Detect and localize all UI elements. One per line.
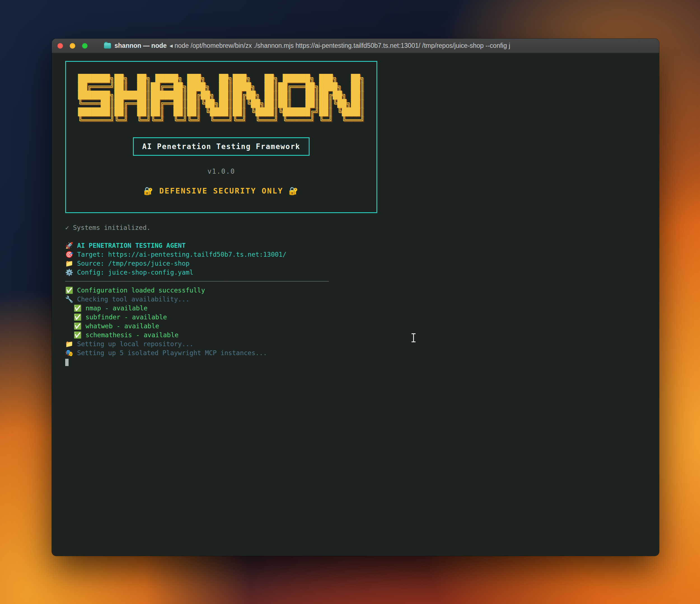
checking-tools-line: 🔧 Checking tool availability...: [65, 295, 659, 304]
tool-status-subfinder: ✅ subfinder - available: [74, 313, 659, 321]
close-button[interactable]: [57, 43, 63, 49]
tool-status-whatweb: ✅ whatweb - available: [74, 321, 659, 331]
minimize-button[interactable]: [70, 43, 75, 49]
config-line: ⚙️ Config: juice-shop-config.yaml: [65, 268, 659, 277]
terminal-titlebar[interactable]: shannon — node ◂ node /opt/homebrew/bin/…: [52, 38, 659, 53]
desktop-wallpaper: shannon — node ◂ node /opt/homebrew/bin/…: [0, 0, 700, 604]
version-label: v1.0.0: [66, 167, 376, 175]
systems-initialized-line: ✓ Systems initialized.: [65, 223, 659, 232]
framework-label: AI Penetration Testing Framework: [133, 137, 309, 156]
window-title-app: shannon — node: [115, 42, 167, 50]
terminal-cursor: [65, 359, 69, 366]
window-title: shannon — node ◂ node /opt/homebrew/bin/…: [104, 42, 510, 50]
terminal-window[interactable]: shannon — node ◂ node /opt/homebrew/bin/…: [52, 38, 659, 556]
playwright-setup-line: 🎭 Setting up 5 isolated Playwright MCP i…: [65, 348, 659, 357]
source-line: 📁 Source: /tmp/repos/juice-shop: [65, 259, 659, 268]
window-controls: [57, 43, 88, 49]
tool-status-schemathesis: ✅ schemathesis - available: [74, 331, 659, 339]
tool-status-nmap: ✅ nmap - available: [74, 304, 659, 313]
prompt-line: [65, 357, 659, 366]
agent-header-line: 🚀 AI PENETRATION TESTING AGENT: [65, 241, 659, 250]
target-line: 🎯 Target: https://ai-pentesting.tailfd50…: [65, 250, 659, 259]
terminal-body[interactable]: ███████╗██╗ ██╗ █████╗ ███╗ ██╗███╗ ██╗ …: [52, 53, 659, 556]
divider-rule: ────────────────────────────────────────…: [65, 277, 659, 286]
repo-setup-line: 📁 Setting up local repository...: [65, 339, 659, 348]
terminal-output: ✓ Systems initialized. 🚀 AI PENETRATION …: [65, 223, 659, 366]
shannon-banner: ███████╗██╗ ██╗ █████╗ ███╗ ██╗███╗ ██╗ …: [65, 61, 377, 213]
zoom-button[interactable]: [82, 43, 88, 49]
config-loaded-line: ✅ Configuration loaded successfully: [65, 286, 659, 295]
text-cursor: [410, 333, 417, 343]
window-title-command: ◂ node /opt/homebrew/bin/zx ./shannon.mj…: [170, 42, 510, 50]
shannon-ascii-logo: ███████╗██╗ ██╗ █████╗ ███╗ ██╗███╗ ██╗ …: [78, 74, 365, 125]
security-notice: 🔐 DEFENSIVE SECURITY ONLY 🔐: [66, 186, 376, 195]
folder-icon: [104, 43, 111, 49]
